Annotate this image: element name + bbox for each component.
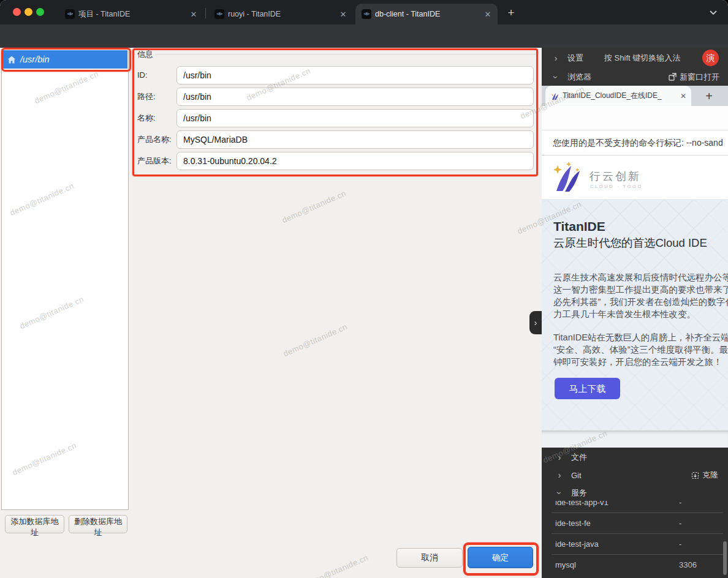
brand-name: 行云创新: [590, 169, 641, 184]
titanide-favicon-icon: <t>: [362, 9, 371, 19]
chevron-down-icon: ›: [555, 489, 564, 497]
mini-new-tab-button[interactable]: +: [701, 88, 717, 104]
hero-paragraph-line: 力工具几十年未曾发生根本性改变。: [553, 309, 696, 320]
cloudtogo-logo: [550, 160, 586, 195]
git-section-row[interactable]: › Git 克隆: [542, 466, 728, 484]
git-clone-button[interactable]: 克隆: [691, 470, 718, 481]
service-name: ide-test-java: [555, 534, 599, 554]
input-method-hint: 按 Shift 键切换输入法: [604, 53, 680, 64]
ide-side-panel: › 设置 按 Shift 键切换输入法 演 › 浏览器 新窗口打开: [542, 48, 728, 578]
panel-collapse-handle[interactable]: ›: [529, 311, 542, 334]
tab-ruoyi[interactable]: <t> ruoyi - TitanIDE ✕: [208, 4, 353, 24]
annotation-box-selected-item: [1, 48, 131, 72]
database-address-list[interactable]: /usr/bin: [1, 49, 129, 510]
hero-title: TitanIDE: [553, 219, 605, 234]
service-port: -: [679, 534, 681, 554]
demo-badge[interactable]: 演: [702, 50, 719, 66]
browser-window: <t> 项目 - TitanIDE ✕ <t> ruoyi - TitanIDE…: [0, 0, 728, 578]
tab-close-icon[interactable]: ✕: [483, 10, 493, 19]
settings-label: 设置: [567, 53, 583, 64]
new-tab-button[interactable]: +: [504, 6, 518, 20]
hero-paragraph-line: 这一智力密集型工作提出更高的要求也带来了新: [553, 284, 728, 296]
services-section-row[interactable]: › 服务: [542, 484, 728, 501]
open-new-window-button[interactable]: 新窗口打开: [669, 72, 719, 83]
annotation-box-confirm: [463, 542, 539, 576]
chevron-right-icon: ›: [555, 452, 564, 462]
tab-title: db-client - TitanIDE: [375, 10, 479, 18]
scrollbar-thumb[interactable]: [723, 541, 727, 575]
tab-title: 项目 - TitanIDE: [78, 9, 185, 20]
service-port: 3306: [679, 555, 697, 575]
files-section-row[interactable]: › 文件: [542, 449, 728, 466]
open-new-window-icon: [669, 73, 677, 81]
service-row[interactable]: ide-test-java -: [542, 534, 728, 554]
cloudtogo-favicon-icon: [550, 92, 559, 100]
service-port: -: [679, 513, 681, 533]
cloudtogo-site-header: 行云创新 CLOUD · TOGO: [542, 156, 728, 200]
tab-project[interactable]: <t> 项目 - TitanIDE ✕: [59, 4, 203, 24]
chevron-down-icon: ›: [551, 73, 561, 81]
hero-paragraph-line: 必先利其器”，我们开发者在创造灿烂的数字化: [553, 296, 728, 308]
download-now-button[interactable]: 马上下载: [555, 378, 620, 399]
chevron-right-icon: ›: [555, 470, 564, 480]
service-name: ide-test-fe: [555, 513, 591, 533]
tab-db-client-active[interactable]: <t> db-client - TitanIDE ✕: [355, 4, 498, 24]
annotation-box-info-form: [132, 48, 538, 176]
settings-section-row[interactable]: › 设置 按 Shift 键切换输入法: [542, 48, 728, 68]
db-client-app: /usr/bin 信息 ID: 路径: 名称: 产品名称: 产品版本: 添加数据…: [0, 48, 542, 578]
chevron-right-icon: ›: [552, 53, 560, 63]
service-name: mysql: [555, 555, 576, 575]
git-label: Git: [571, 471, 582, 480]
tab-search-chevron-icon[interactable]: [708, 7, 718, 17]
tab-divider: [205, 8, 206, 18]
traffic-minimize-button[interactable]: [25, 8, 32, 16]
mini-address-bar: ← → ⟳ cloudtogo.cn/product-T: [542, 106, 728, 130]
mini-tab-close-icon[interactable]: ✕: [680, 92, 686, 100]
tab-close-icon[interactable]: ✕: [338, 10, 348, 19]
mini-browser-tab[interactable]: TitanIDE_CloudIDE_在线IDE_ ✕: [545, 86, 691, 106]
traffic-close-button[interactable]: [13, 8, 21, 16]
tab-strip: <t> 项目 - TitanIDE ✕ <t> ruoyi - TitanIDE…: [0, 0, 728, 24]
services-label: 服务: [571, 487, 587, 498]
git-clone-label: 克隆: [702, 470, 718, 481]
mini-tab-title: TitanIDE_CloudIDE_在线IDE_: [563, 91, 677, 101]
hero-subtitle: 云原生时代您的首选Cloud IDE: [553, 235, 707, 250]
hero-paragraph-line: “安全、高效、体验”这三个维度取得平衡。最: [553, 344, 728, 356]
hero-paragraph-line: 云原生技术高速发展和后疫情时代远程办公等场: [553, 272, 728, 283]
open-new-window-label: 新窗口打开: [680, 72, 719, 83]
traffic-zoom-button[interactable]: [36, 8, 44, 16]
browser-label: 浏览器: [567, 72, 591, 83]
cancel-button[interactable]: 取消: [396, 548, 463, 568]
brand-tagline: CLOUD · TOGO: [590, 184, 643, 189]
titanide-favicon-icon: <t>: [214, 9, 224, 19]
git-clone-icon: [691, 471, 699, 479]
service-row[interactable]: ide-test-fe -: [542, 513, 728, 533]
page-bottom-band: [542, 430, 728, 448]
titanide-favicon-icon: <t>: [65, 9, 75, 19]
hero-paragraph-line: TitanIDE站在无数巨人的肩膀上，补齐全云端开: [553, 332, 728, 343]
tab-title: ruoyi - TitanIDE: [228, 10, 335, 18]
tab-close-icon[interactable]: ✕: [189, 10, 199, 19]
browser-section-row[interactable]: › 浏览器 新窗口打开: [542, 68, 728, 86]
unsupported-flag-warning: 您使用的是不受支持的命令行标记: --no-sand: [542, 130, 728, 156]
delete-database-address-button[interactable]: 删除数据库地址: [69, 515, 127, 533]
service-row[interactable]: mysql 3306: [542, 555, 728, 575]
files-label: 文件: [571, 452, 587, 463]
add-database-address-button[interactable]: 添加数据库地址: [5, 515, 64, 533]
hero-paragraph-line: 钟即可安装好，开启您的全云端开发之旅！: [553, 356, 722, 368]
hero-section: TitanIDE 云原生时代您的首选Cloud IDE 云原生技术高速发展和后疫…: [542, 200, 728, 430]
browser-toolbar: ← → ⟳ ⌂ try.titanide.cn/ide/web/coding/d…: [0, 24, 728, 48]
